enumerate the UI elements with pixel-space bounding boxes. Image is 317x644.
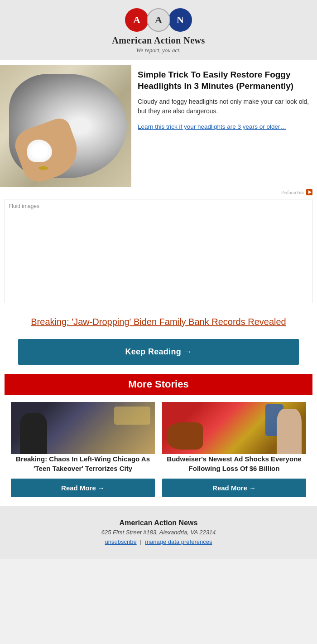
site-header: A A N American Action News We report, yo… (0, 0, 317, 60)
stories-grid: Breaking: Chaos In Left-Wing Chicago As … (0, 402, 317, 497)
footer-address: 625 First Street #183, Alexandria, VA 22… (9, 529, 308, 536)
footer-site-name: American Action News (9, 519, 308, 527)
unsubscribe-link[interactable]: unsubscribe (105, 538, 137, 545)
breaking-news-link[interactable]: Breaking: 'Jaw-Dropping' Biden Family Ba… (31, 317, 286, 327)
chicago-person-visual (20, 413, 47, 454)
ad-description: Cloudy and foggy headlights not only mak… (138, 97, 311, 116)
ad-section: Simple Trick To Easily Restore Foggy Hea… (0, 60, 317, 187)
ad-text-content: Simple Trick To Easily Restore Foggy Hea… (131, 65, 317, 187)
keep-reading-container: Keep Reading → (0, 334, 317, 374)
story-card-1: Breaking: Chaos In Left-Wing Chicago As … (11, 402, 155, 497)
story-1-image (11, 402, 155, 454)
footer: American Action News 625 First Street #1… (0, 506, 317, 559)
fluid-ad-label: Fluid images (9, 203, 39, 209)
footer-link-separator: | (140, 538, 141, 545)
footer-links: unsubscribe | manage data preferences (9, 538, 308, 545)
main-content: Simple Trick To Easily Restore Foggy Hea… (0, 60, 317, 506)
cotton-ball-visual (27, 140, 52, 162)
ad-attribution: PerformVids (0, 187, 317, 195)
logo-container: A A N (0, 8, 317, 32)
logo-circle-a2: A (147, 8, 170, 32)
fluid-ad-container: Fluid images (5, 199, 312, 303)
story-1-title: Breaking: Chaos In Left-Wing Chicago As … (11, 454, 155, 473)
ad-attribution-text: PerformVids (281, 190, 304, 195)
more-stories-section: More Stories Breaking: Chaos In Left-Win… (0, 374, 317, 506)
chicago-cars-visual (114, 407, 150, 425)
headlight-image (0, 65, 131, 187)
budweiser-person-visual (277, 409, 302, 454)
site-name: American Action News (0, 35, 317, 46)
story-2-title: Budweiser's Newest Ad Shocks Everyone Fo… (162, 454, 306, 473)
logo-circle-a1: A (125, 8, 149, 32)
play-triangle (308, 190, 312, 194)
breaking-news-section: Breaking: 'Jaw-Dropping' Biden Family Ba… (0, 308, 317, 334)
site-tagline: We report, you act. (0, 47, 317, 54)
more-stories-header: More Stories (5, 374, 312, 395)
keep-reading-button[interactable]: Keep Reading → (18, 339, 299, 365)
play-icon (306, 189, 312, 195)
ring-detail-visual (38, 166, 48, 170)
manage-preferences-link[interactable]: manage data preferences (145, 538, 212, 545)
ad-learn-more-link[interactable]: Learn this trick if your headlights are … (138, 123, 286, 130)
ad-title: Simple Trick To Easily Restore Foggy Hea… (138, 69, 311, 92)
story-2-read-more-button[interactable]: Read More → (162, 479, 306, 497)
ad-image (0, 65, 131, 187)
logo-circle-n: N (168, 8, 192, 32)
story-card-2: Budweiser's Newest Ad Shocks Everyone Fo… (162, 402, 306, 497)
more-stories-title: More Stories (128, 378, 188, 390)
story-1-read-more-button[interactable]: Read More → (11, 479, 155, 497)
budweiser-horse-visual (167, 422, 203, 450)
story-2-image (162, 402, 306, 454)
